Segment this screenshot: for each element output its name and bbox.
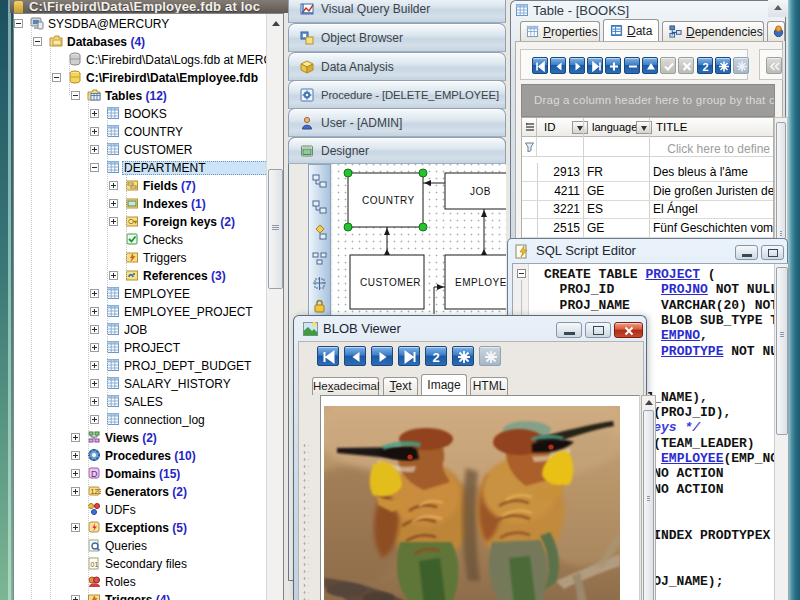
svg-text:2: 2 xyxy=(433,350,440,365)
svg-text:CUSTOMER: CUSTOMER xyxy=(360,277,421,288)
svg-text:2: 2 xyxy=(703,61,709,73)
svg-text:01: 01 xyxy=(91,561,99,568)
svg-text:D: D xyxy=(91,469,98,479)
svg-text:123: 123 xyxy=(91,488,102,495)
svg-text:EMPLOYEE: EMPLOYEE xyxy=(455,277,506,288)
svg-text:COUNTRY: COUNTRY xyxy=(362,195,415,206)
svg-text:JOB: JOB xyxy=(470,186,491,197)
